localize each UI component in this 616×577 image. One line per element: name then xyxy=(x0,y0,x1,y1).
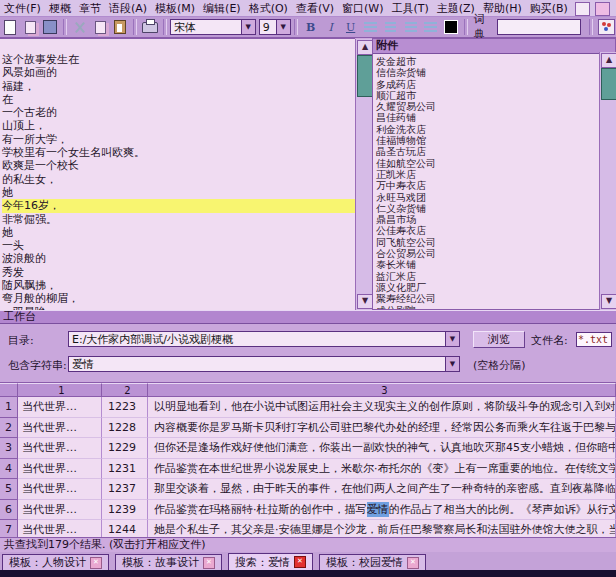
attachment-item[interactable]: 信信杂货铺 xyxy=(376,67,588,78)
editor-pane[interactable]: 这个故事发生在风景如画的福建，在一个古老的山顶上，有一所大学，学校里有一个女生名… xyxy=(0,38,355,310)
attachment-item[interactable]: 昌佳药铺 xyxy=(376,112,588,123)
chevron-down-icon[interactable]: ▼ xyxy=(241,20,255,34)
attachment-item[interactable]: 泰长米铺 xyxy=(376,259,588,270)
attachment-item[interactable]: 益汇米店 xyxy=(376,271,588,282)
titlebar-square-light[interactable] xyxy=(575,2,590,16)
save-button[interactable] xyxy=(40,19,60,36)
attachments-scrollbar[interactable]: ▲ ▼ xyxy=(599,52,616,310)
plugin-button[interactable] xyxy=(596,19,616,36)
editor-line[interactable]: 风景如画的 xyxy=(2,66,355,79)
dictionary-input[interactable] xyxy=(497,19,581,35)
editor-line[interactable]: 山顶上， xyxy=(2,119,355,132)
menu-item[interactable]: 文件(F) xyxy=(0,0,45,17)
menu-item[interactable]: 梗概 xyxy=(45,0,75,17)
attachment-item[interactable]: 仁义杂货铺 xyxy=(376,203,588,214)
column-header-1[interactable]: 1 xyxy=(18,383,102,397)
editor-line[interactable]: 的私生女， xyxy=(2,173,355,186)
scroll-down-icon[interactable]: ▼ xyxy=(357,294,373,309)
editor-line[interactable]: 非常倔强。 xyxy=(2,213,355,226)
editor-line[interactable]: 一个古老的 xyxy=(2,106,355,119)
print-button[interactable] xyxy=(140,19,160,36)
titlebar-square-pink[interactable] xyxy=(595,2,610,16)
attachment-item[interactable]: 鼎昌市场 xyxy=(376,214,588,225)
column-header-3[interactable]: 3 xyxy=(148,383,616,397)
editor-line[interactable]: 她 xyxy=(2,226,355,239)
attachment-item[interactable]: 同飞航空公司 xyxy=(376,237,588,248)
scroll-down-icon[interactable]: ▼ xyxy=(601,294,616,309)
filename-input[interactable] xyxy=(576,332,612,347)
paste-button[interactable] xyxy=(110,19,130,36)
attachment-item[interactable]: 正凯米店 xyxy=(376,169,588,180)
copy-button[interactable] xyxy=(90,19,110,36)
editor-line[interactable]: 在 xyxy=(2,93,355,106)
align-center-button[interactable] xyxy=(381,19,401,36)
editor-line[interactable]: 弯月般的柳眉， xyxy=(2,292,355,305)
tab-search-love[interactable]: 搜索：爱情 ✕ xyxy=(228,553,313,570)
attachment-item[interactable]: 久耀贸易公司 xyxy=(376,101,588,112)
attachment-item[interactable]: 晶圣古玩店 xyxy=(376,146,588,157)
close-icon[interactable]: ✕ xyxy=(407,557,419,569)
table-row[interactable]: 1 当代世界… 1223 以明显地看到，他在小说中试图运用社会主义现实主义的创作… xyxy=(0,397,616,418)
close-icon[interactable]: ✕ xyxy=(294,556,306,568)
editor-line[interactable]: 随风飘拂， xyxy=(2,279,355,292)
table-row[interactable]: 4 当代世界… 1231 作品鉴赏在本世纪世界小说发展史上，米歇尔·布托尔的《变… xyxy=(0,459,616,480)
font-family-select[interactable]: 宋体 ▼ xyxy=(170,19,256,35)
attachment-item[interactable]: 佳福博物馆 xyxy=(376,135,588,146)
editor-line[interactable]: 她 xyxy=(2,186,355,199)
contains-select[interactable]: 爱情 ▼ xyxy=(68,356,460,372)
font-color-button[interactable] xyxy=(441,19,461,36)
attachment-item[interactable]: 合公贸易公司 xyxy=(376,248,588,259)
editor-line[interactable]: 有一所大学， xyxy=(2,133,355,146)
table-row[interactable]: 2 当代世界… 1228 内容概要你是罗马斯卡贝利打字机公司驻巴黎代办处的经理，… xyxy=(0,418,616,439)
scroll-up-icon[interactable]: ▲ xyxy=(601,53,616,68)
editor-line[interactable]: 福建， xyxy=(2,80,355,93)
menu-item[interactable]: 格式(O) xyxy=(245,0,292,17)
scroll-up-icon[interactable]: ▲ xyxy=(357,40,373,55)
editor-line[interactable]: 欧爽是一个校长 xyxy=(2,159,355,172)
menu-item[interactable]: 主题(Z) xyxy=(433,0,479,17)
tab-template-story[interactable]: 模板：故事设计 ✕ xyxy=(115,554,222,570)
attachment-item[interactable]: 利金洗衣店 xyxy=(376,124,588,135)
attachment-item[interactable]: 多成药店 xyxy=(376,79,588,90)
menu-item[interactable]: 模板(M) xyxy=(151,0,199,17)
attachment-item[interactable]: 源义化肥厂 xyxy=(376,282,588,293)
attachment-item[interactable]: 发金超市 xyxy=(376,56,588,67)
scrollbar-thumb[interactable] xyxy=(601,68,616,100)
chevron-down-icon[interactable]: ▼ xyxy=(445,357,459,371)
editor-line[interactable]: 一头 xyxy=(2,239,355,252)
column-header-2[interactable]: 2 xyxy=(102,383,148,397)
chevron-down-icon[interactable]: ▼ xyxy=(276,20,290,34)
cut-button[interactable] xyxy=(70,19,90,36)
attachment-item[interactable]: 顺汇超市 xyxy=(376,90,588,101)
attachment-item[interactable]: 佳如航空公司 xyxy=(376,158,588,169)
editor-line[interactable]: 波浪般的 xyxy=(2,252,355,265)
menu-item[interactable]: 购买(B) xyxy=(526,0,572,17)
editor-line[interactable]: 秀发 xyxy=(2,266,355,279)
browse-button[interactable]: 浏览 xyxy=(473,331,525,348)
table-row[interactable]: 3 当代世界… 1229 但你还是逢场作戏好使他们满意，你装出一副欢快的神气，认… xyxy=(0,438,616,459)
font-size-select[interactable]: 9 ▼ xyxy=(259,19,291,35)
menu-item[interactable]: 语段(A) xyxy=(105,0,151,17)
table-row[interactable]: 6 当代世界… 1239 作品鉴赏在玛格丽特·杜拉斯的创作中，描写爱情的作品占了… xyxy=(0,500,616,521)
menu-item[interactable]: 编辑(E) xyxy=(199,0,245,17)
editor-line[interactable]: 这个故事发生在 xyxy=(2,53,355,66)
chevron-down-icon[interactable]: ▼ xyxy=(445,332,459,346)
editor-line[interactable]: 学校里有一个女生名叫欧爽。 xyxy=(2,146,355,159)
menu-item[interactable]: 章节 xyxy=(75,0,105,17)
bold-button[interactable]: B xyxy=(301,19,321,36)
directory-select[interactable]: E:/大作家内部调试/小说戏剧梗概 ▼ xyxy=(68,331,460,347)
column-header-index[interactable] xyxy=(0,383,18,397)
attachment-item[interactable]: 万中寿衣店 xyxy=(376,180,588,191)
close-icon[interactable]: ✕ xyxy=(90,557,102,569)
table-row[interactable]: 7 当代世界… 1244 她是个私生子，其父亲是·安德里娜是个沙龙，前后任巴黎警… xyxy=(0,520,616,537)
tab-template-character[interactable]: 模板：人物设计 ✕ xyxy=(2,554,109,570)
underline-button[interactable]: U xyxy=(341,19,361,36)
attachment-item[interactable]: 聚寿经纪公司 xyxy=(376,293,588,304)
close-icon[interactable]: ✕ xyxy=(203,557,215,569)
scrollbar-thumb[interactable] xyxy=(357,55,373,97)
tab-template-campus-love[interactable]: 模板：校园爱情 ✕ xyxy=(319,554,426,570)
attachment-item[interactable]: 永旺马戏团 xyxy=(376,192,588,203)
align-left-button[interactable] xyxy=(361,19,381,36)
open-button[interactable] xyxy=(20,19,40,36)
menu-item[interactable]: 工具(T) xyxy=(387,0,432,17)
